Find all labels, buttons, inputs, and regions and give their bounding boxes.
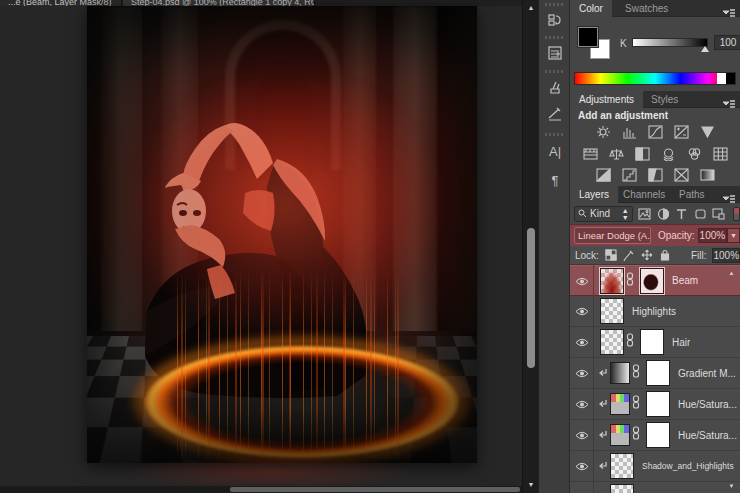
photo-filter-icon[interactable]	[660, 146, 677, 161]
properties-icon[interactable]	[543, 41, 567, 65]
layer-mask-thumbnail[interactable]	[646, 360, 670, 386]
dock-grip[interactable]	[545, 70, 565, 73]
visibility-toggle[interactable]	[570, 327, 594, 358]
channel-mixer-icon[interactable]	[686, 146, 703, 161]
visibility-toggle[interactable]	[570, 358, 594, 389]
tab-swatches[interactable]: Swatches	[616, 0, 677, 17]
panel-menu-icon[interactable]	[722, 4, 736, 14]
visibility-toggle[interactable]	[570, 482, 594, 493]
vibrance-icon[interactable]	[699, 124, 716, 139]
exposure-icon[interactable]	[673, 124, 690, 139]
layer-thumbnail[interactable]	[600, 268, 624, 294]
threshold-icon[interactable]	[647, 167, 664, 182]
posterize-icon[interactable]	[621, 167, 638, 182]
tab-adjustments[interactable]: Adjustments	[570, 91, 643, 108]
blend-mode-dropdown[interactable]: Linear Dodge (A... ▲▼	[574, 227, 651, 244]
tab-layers[interactable]: Layers	[570, 186, 618, 203]
white-swatch[interactable]	[717, 73, 726, 84]
dock-grip[interactable]	[545, 133, 565, 136]
layers-scroll-up-icon[interactable]: ▲	[727, 269, 736, 278]
brush-presets-icon[interactable]	[543, 102, 567, 126]
layer-row-beam[interactable]: Beam	[570, 265, 740, 296]
lock-transparency-icon[interactable]	[605, 249, 617, 262]
layer-row-hair[interactable]: Hair	[570, 327, 740, 358]
layer-row-hue-saturation-1[interactable]: Hue/Satura...	[570, 389, 740, 420]
gradient-map-icon[interactable]	[699, 167, 716, 182]
layer-thumbnail[interactable]	[600, 298, 624, 324]
layer-mask-thumbnail[interactable]	[640, 268, 664, 294]
dock-grip[interactable]	[545, 3, 565, 6]
layer-name: Beam	[672, 275, 698, 286]
visibility-toggle[interactable]	[570, 389, 594, 420]
visibility-toggle[interactable]	[570, 451, 594, 482]
lock-pixels-icon[interactable]	[623, 249, 635, 262]
levels-icon[interactable]	[621, 124, 638, 139]
layer-thumbnail[interactable]	[610, 362, 630, 384]
canvas-horizontal-scrollbar[interactable]	[0, 486, 522, 493]
filter-shape-layers-icon[interactable]	[693, 207, 707, 221]
invert-icon[interactable]	[595, 167, 612, 182]
layer-mask-thumbnail[interactable]	[640, 329, 664, 355]
filter-adjustment-layers-icon[interactable]	[656, 207, 670, 221]
scroll-up-icon[interactable]: ▲	[526, 3, 536, 13]
layer-mask-thumbnail[interactable]	[646, 422, 670, 448]
dock-grip[interactable]	[545, 36, 565, 39]
panels-column: Color Swatches K 100 % Adjustments Style…	[570, 0, 740, 493]
panel-menu-icon[interactable]	[722, 95, 736, 105]
layer-row-hue-saturation-2[interactable]: Hue/Satura...	[570, 420, 740, 451]
layer-row-gradient-map[interactable]: Gradient M...	[570, 358, 740, 389]
k-channel-label: K	[620, 38, 627, 49]
layer-row-shadow-and-highlights[interactable]: Shadow_and_Highlights	[570, 451, 740, 482]
panel-menu-icon[interactable]	[722, 190, 736, 200]
k-value-field[interactable]: 100	[714, 35, 740, 50]
selective-color-icon[interactable]	[673, 167, 690, 182]
color-balance-icon[interactable]	[608, 146, 625, 161]
layer-row-partial[interactable]	[570, 482, 740, 493]
layer-row-highlights[interactable]: Highlights	[570, 296, 740, 327]
canvas-image[interactable]	[87, 6, 477, 463]
vertical-scroll-thumb[interactable]	[527, 228, 535, 368]
brightness-contrast-icon[interactable]	[595, 124, 612, 139]
filter-type-layers-icon[interactable]	[675, 207, 689, 221]
filter-smart-objects-icon[interactable]	[712, 207, 726, 221]
lock-position-icon[interactable]	[641, 249, 653, 262]
black-white-icon[interactable]	[634, 146, 651, 161]
opacity-value-field[interactable]: 100%	[698, 228, 728, 243]
filter-toggle-switch[interactable]	[733, 207, 740, 221]
filter-pixel-layers-icon[interactable]	[638, 207, 652, 221]
filter-kind-dropdown[interactable]: Kind ▲▼	[574, 206, 633, 222]
color-spectrum-ramp[interactable]	[574, 72, 736, 85]
foreground-color-swatch[interactable]	[578, 27, 598, 47]
paragraph-panel-icon[interactable]: ¶	[543, 168, 567, 192]
tab-color[interactable]: Color	[570, 0, 612, 17]
lock-all-icon[interactable]	[659, 249, 671, 262]
hue-saturation-icon[interactable]	[582, 146, 599, 161]
tab-channels[interactable]: Channels	[614, 186, 674, 203]
visibility-toggle[interactable]	[570, 420, 594, 451]
layer-thumbnail[interactable]	[610, 393, 630, 415]
color-lookup-icon[interactable]	[712, 146, 729, 161]
canvas-vertical-scrollbar[interactable]: ▲ ▼	[522, 0, 538, 493]
fill-value-field[interactable]: 100%	[712, 248, 740, 263]
visibility-toggle[interactable]	[570, 265, 594, 296]
slider-thumb-icon[interactable]	[701, 46, 709, 52]
tab-styles[interactable]: Styles	[642, 91, 687, 108]
layer-thumbnail[interactable]	[600, 329, 624, 355]
scroll-down-icon[interactable]: ▼	[526, 480, 536, 490]
visibility-toggle[interactable]	[570, 296, 594, 327]
foreground-background-swatches[interactable]	[578, 27, 612, 61]
layer-thumbnail[interactable]	[610, 424, 630, 446]
character-panel-icon[interactable]: A|	[543, 139, 567, 163]
horizontal-scroll-thumb[interactable]	[230, 487, 520, 492]
black-swatch[interactable]	[726, 73, 735, 84]
opacity-dropdown-icon[interactable]: ▼	[727, 228, 740, 243]
tab-paths[interactable]: Paths	[670, 186, 714, 203]
history-icon[interactable]	[543, 8, 567, 32]
layer-mask-thumbnail[interactable]	[646, 391, 670, 417]
curves-icon[interactable]	[647, 124, 664, 139]
brush-panel-icon[interactable]	[543, 76, 567, 100]
layer-thumbnail[interactable]	[610, 453, 634, 479]
layer-thumbnail[interactable]	[610, 484, 634, 493]
k-channel-slider[interactable]	[632, 38, 708, 47]
layers-scroll-down-icon[interactable]: ▼	[727, 482, 736, 491]
